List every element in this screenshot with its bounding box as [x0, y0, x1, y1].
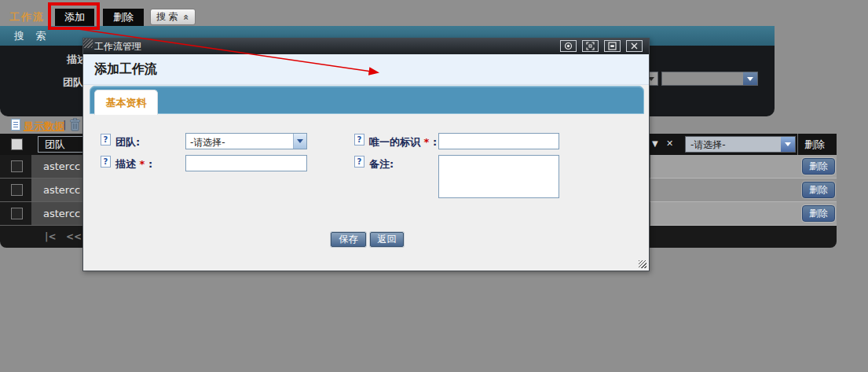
toolbar-separator: | — [63, 119, 66, 131]
restore-button[interactable] — [604, 40, 621, 52]
workflow-dialog: 工作流管理 — [82, 38, 650, 271]
team-cell: astercc — [43, 155, 80, 178]
table-row-right: 删除 — [650, 179, 837, 202]
row-delete-button[interactable]: 删除 — [802, 158, 835, 175]
show-data-link[interactable]: 显示数据 — [24, 120, 64, 134]
required-mark: * — [424, 136, 430, 148]
search-collapse-label: 搜 索 — [156, 10, 178, 24]
note-label: 备注: — [369, 157, 394, 171]
search-collapse-button[interactable]: 搜 索 « — [150, 9, 196, 25]
add-button[interactable]: 添加 — [55, 9, 94, 26]
description-input[interactable] — [185, 155, 307, 171]
filter-clear-icon[interactable]: ✕ — [666, 138, 673, 149]
delete-button[interactable]: 删除 — [103, 9, 144, 26]
search-team-select[interactable] — [661, 72, 758, 86]
required-mark: * — [140, 158, 145, 170]
help-icon[interactable]: ? — [354, 156, 364, 168]
circle-icon — [564, 42, 573, 50]
unique-id-label-text: 唯一的标识 — [369, 136, 420, 148]
row-delete-button[interactable]: 删除 — [802, 182, 835, 198]
team-select[interactable]: -请选择- — [185, 133, 307, 149]
back-button[interactable]: 返回 — [370, 232, 404, 247]
fullscreen-icon — [586, 42, 595, 50]
dialog-heading-area: 添加工作流 — [83, 54, 649, 85]
search-team-select-value — [662, 72, 743, 85]
dialog-tabbar: 基本资料 — [90, 86, 644, 114]
tab-basic-info[interactable]: 基本资料 — [94, 90, 158, 115]
workflow-tab[interactable]: 工作流 — [9, 10, 45, 24]
chevron-down-icon — [781, 137, 795, 152]
show-data-icon — [11, 119, 20, 131]
save-button[interactable]: 保存 — [331, 232, 366, 247]
corner-grip-icon — [83, 39, 93, 48]
select-all-checkbox[interactable] — [11, 138, 23, 150]
row-checkbox[interactable] — [11, 160, 23, 172]
pagination-first-icon[interactable]: |< — [45, 231, 56, 242]
header-filter-select-value: -请选择- — [686, 137, 781, 152]
filter-sort-icon[interactable]: ▼ — [652, 139, 658, 148]
pagination-prev-icon[interactable]: << — [66, 231, 82, 242]
table-row-right: 删除 — [650, 155, 837, 179]
team-cell: astercc — [43, 179, 80, 201]
dialog-title: 工作流管理 — [94, 41, 141, 52]
checkbox-cell — [0, 155, 31, 178]
close-button[interactable] — [626, 40, 643, 52]
collapse-chevron-icon: « — [181, 14, 192, 20]
checkbox-cell — [0, 179, 31, 201]
chevron-down-icon — [743, 72, 757, 85]
close-icon — [630, 42, 639, 50]
resize-grip[interactable] — [639, 260, 646, 268]
row-checkbox[interactable] — [11, 208, 23, 219]
dialog-heading: 添加工作流 — [94, 61, 157, 78]
pin-button[interactable] — [560, 40, 577, 52]
table-row-right: 删除 — [650, 202, 837, 226]
column-header-delete: 删除 — [804, 138, 825, 152]
unique-id-input[interactable] — [438, 133, 559, 149]
help-icon[interactable]: ? — [354, 134, 364, 145]
label-colon: : — [433, 136, 437, 148]
restore-icon — [608, 42, 617, 50]
app-window: 工作流 添加 删除 搜 索 « 搜 索 描述: 团队: 显示数据 | — [0, 0, 868, 372]
help-icon[interactable]: ? — [101, 156, 111, 168]
description-label-text: 描述 — [115, 158, 136, 170]
team-cell: astercc — [43, 202, 80, 225]
row-checkbox[interactable] — [11, 184, 23, 196]
trash-icon[interactable] — [69, 118, 81, 131]
team-label: 团队: — [115, 135, 140, 149]
unique-id-label: 唯一的标识 * : — [369, 135, 437, 149]
note-textarea[interactable] — [438, 155, 559, 198]
checkbox-cell — [0, 202, 31, 225]
header-filter-select[interactable]: -请选择- — [685, 136, 796, 153]
label-colon: : — [148, 158, 152, 170]
window-controls — [560, 40, 643, 52]
team-select-value: -请选择- — [186, 134, 293, 149]
help-icon[interactable]: ? — [101, 134, 111, 145]
maximize-button[interactable] — [582, 40, 599, 52]
chevron-down-icon — [293, 134, 306, 149]
description-label: 描述 * : — [115, 157, 152, 171]
row-delete-button[interactable]: 删除 — [802, 205, 835, 222]
